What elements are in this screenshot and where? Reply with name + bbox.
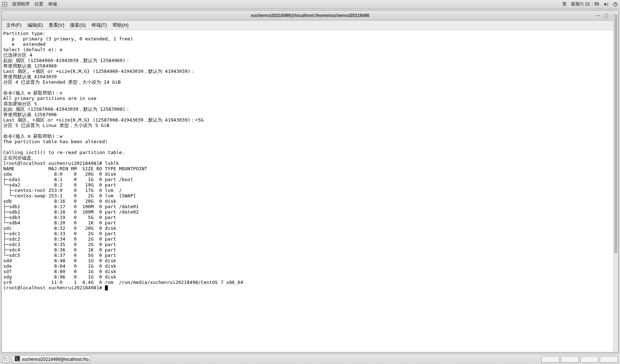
- menu-view[interactable]: 查看(V): [47, 21, 66, 29]
- menu-terminal[interactable]: 终端: [48, 1, 57, 7]
- svg-rect-10: [6, 359, 8, 361]
- scrollbar-thumb[interactable]: [614, 14, 617, 253]
- svg-rect-2: [5, 3, 6, 4]
- menu-places[interactable]: 位置: [35, 1, 43, 7]
- bottom-panel: >_ xuchenrui20218498@localhost:/ho…: [0, 354, 620, 364]
- power-icon[interactable]: [613, 2, 618, 7]
- window-titlebar[interactable]: xuchenrui20218498@localhost:/home/xuchen…: [2, 10, 618, 21]
- input-method-indicator[interactable]: 英: [562, 1, 567, 7]
- clock[interactable]: 星期六 21：59: [571, 1, 599, 7]
- terminal-cursor: [105, 285, 108, 290]
- svg-rect-1: [3, 3, 4, 4]
- menu-edit[interactable]: 编辑(E): [25, 21, 45, 29]
- desktop: xuchenrui20218498@localhost:/home/xuchen…: [0, 9, 620, 364]
- svg-rect-9: [4, 359, 5, 361]
- menu-applications[interactable]: 应用程序: [12, 1, 30, 7]
- workspace-switcher[interactable]: [2, 356, 9, 363]
- top-panel: 应用程序 位置 终端 英 星期六 21：59: [0, 0, 620, 9]
- menu-help[interactable]: 帮助(H): [110, 21, 131, 29]
- taskbar-task-label: xuchenrui20218498@localhost:/ho…: [22, 357, 91, 362]
- maximize-button[interactable]: ▢: [604, 13, 608, 18]
- svg-rect-3: [3, 5, 4, 6]
- minimize-button[interactable]: —: [596, 13, 601, 18]
- menu-terminal[interactable]: 终端(T): [89, 21, 109, 29]
- window-title: xuchenrui20218498@localhost:/home/xuchen…: [251, 13, 369, 18]
- tray-box-3[interactable]: [580, 356, 598, 363]
- svg-rect-7: [4, 357, 5, 359]
- tray-box-1[interactable]: [541, 356, 559, 363]
- menu-search[interactable]: 搜索(S): [68, 21, 88, 29]
- scrollbar-vertical[interactable]: [613, 10, 618, 352]
- svg-rect-4: [5, 5, 6, 6]
- taskbar-task-terminal[interactable]: >_ xuchenrui20218498@localhost:/ho…: [12, 355, 91, 363]
- tray-boxes: [541, 356, 618, 363]
- gnome-applications-icon: [2, 2, 7, 7]
- menu-file[interactable]: 文件(F): [4, 21, 24, 29]
- svg-text:>_: >_: [16, 357, 19, 360]
- terminal-window: xuchenrui20218498@localhost:/home/xuchen…: [1, 10, 619, 352]
- terminal-output[interactable]: Partition type: p primary (3 primary, 0 …: [2, 30, 618, 352]
- terminal-menubar: 文件(F) 编辑(E) 查看(V) 搜索(S) 终端(T) 帮助(H): [2, 21, 618, 30]
- volume-icon[interactable]: [603, 2, 608, 7]
- terminal-icon: >_: [15, 356, 20, 362]
- tray-box-4[interactable]: [600, 356, 618, 363]
- svg-rect-8: [6, 357, 8, 359]
- tray-box-2[interactable]: [561, 356, 579, 363]
